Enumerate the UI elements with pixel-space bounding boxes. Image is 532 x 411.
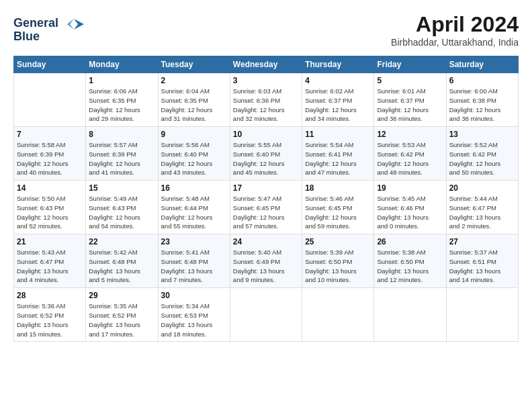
calendar-table: SundayMondayTuesdayWednesdayThursdayFrid… <box>13 56 519 342</box>
logo-svg: General Blue <box>13 12 87 44</box>
calendar-cell: 3Sunrise: 6:03 AM Sunset: 6:36 PM Daylig… <box>230 73 302 127</box>
column-header-saturday: Saturday <box>446 56 518 73</box>
column-header-friday: Friday <box>374 56 446 73</box>
day-number: 4 <box>305 76 371 85</box>
calendar-cell: 7Sunrise: 5:58 AM Sunset: 6:39 PM Daylig… <box>14 127 86 181</box>
logo: General Blue <box>13 12 87 47</box>
calendar-cell: 17Sunrise: 5:47 AM Sunset: 6:45 PM Dayli… <box>230 181 302 234</box>
calendar-cell: 18Sunrise: 5:46 AM Sunset: 6:45 PM Dayli… <box>302 181 374 234</box>
day-number: 30 <box>161 291 227 300</box>
calendar-cell: 5Sunrise: 6:01 AM Sunset: 6:37 PM Daylig… <box>374 73 446 127</box>
day-number: 22 <box>89 237 154 246</box>
column-header-tuesday: Tuesday <box>158 56 230 73</box>
calendar-cell <box>302 288 374 342</box>
day-number: 14 <box>17 183 83 193</box>
day-info: Sunrise: 5:56 AM Sunset: 6:40 PM Dayligh… <box>161 140 227 177</box>
calendar-header-row: SundayMondayTuesdayWednesdayThursdayFrid… <box>14 56 519 73</box>
calendar-week-5: 28Sunrise: 5:36 AM Sunset: 6:52 PM Dayli… <box>14 288 519 342</box>
calendar-cell: 15Sunrise: 5:49 AM Sunset: 6:43 PM Dayli… <box>86 181 158 234</box>
day-info: Sunrise: 5:34 AM Sunset: 6:53 PM Dayligh… <box>161 302 227 338</box>
day-info: Sunrise: 6:03 AM Sunset: 6:36 PM Dayligh… <box>233 87 299 124</box>
day-info: Sunrise: 5:43 AM Sunset: 6:47 PM Dayligh… <box>17 248 83 285</box>
day-info: Sunrise: 6:01 AM Sunset: 6:37 PM Dayligh… <box>377 87 443 124</box>
day-number: 25 <box>305 237 371 246</box>
day-info: Sunrise: 5:53 AM Sunset: 6:42 PM Dayligh… <box>377 140 443 177</box>
column-header-thursday: Thursday <box>302 56 374 73</box>
day-number: 19 <box>377 183 443 193</box>
main-container: General Blue April 2024 Birbhaddar, Utta… <box>0 0 532 349</box>
day-info: Sunrise: 6:04 AM Sunset: 6:35 PM Dayligh… <box>161 87 227 124</box>
calendar-cell: 26Sunrise: 5:38 AM Sunset: 6:50 PM Dayli… <box>374 234 446 288</box>
calendar-cell: 30Sunrise: 5:34 AM Sunset: 6:53 PM Dayli… <box>158 288 230 342</box>
day-number: 13 <box>449 130 515 139</box>
calendar-cell: 9Sunrise: 5:56 AM Sunset: 6:40 PM Daylig… <box>158 127 230 181</box>
calendar-cell: 21Sunrise: 5:43 AM Sunset: 6:47 PM Dayli… <box>14 234 86 288</box>
day-info: Sunrise: 5:45 AM Sunset: 6:46 PM Dayligh… <box>377 194 443 231</box>
calendar-week-3: 14Sunrise: 5:50 AM Sunset: 6:43 PM Dayli… <box>14 181 519 234</box>
title-area: April 2024 Birbhaddar, Uttarakhand, Indi… <box>391 12 519 48</box>
calendar-cell: 2Sunrise: 6:04 AM Sunset: 6:35 PM Daylig… <box>158 73 230 127</box>
calendar-cell <box>230 288 302 342</box>
svg-text:Blue: Blue <box>13 30 40 43</box>
calendar-cell: 23Sunrise: 5:41 AM Sunset: 6:48 PM Dayli… <box>158 234 230 288</box>
calendar-cell: 20Sunrise: 5:44 AM Sunset: 6:47 PM Dayli… <box>446 181 518 234</box>
day-number: 18 <box>305 183 371 193</box>
day-info: Sunrise: 5:52 AM Sunset: 6:42 PM Dayligh… <box>449 140 515 177</box>
day-info: Sunrise: 6:00 AM Sunset: 6:38 PM Dayligh… <box>449 87 515 124</box>
day-info: Sunrise: 5:39 AM Sunset: 6:50 PM Dayligh… <box>305 248 371 285</box>
calendar-cell: 28Sunrise: 5:36 AM Sunset: 6:52 PM Dayli… <box>14 288 86 342</box>
day-number: 7 <box>17 130 83 139</box>
calendar-cell <box>14 73 86 127</box>
day-info: Sunrise: 5:58 AM Sunset: 6:39 PM Dayligh… <box>17 140 83 177</box>
day-number: 5 <box>377 76 443 85</box>
column-header-wednesday: Wednesday <box>230 56 302 73</box>
calendar-cell: 4Sunrise: 6:02 AM Sunset: 6:37 PM Daylig… <box>302 73 374 127</box>
month-title: April 2024 <box>391 12 519 37</box>
day-number: 2 <box>161 76 227 85</box>
calendar-cell: 24Sunrise: 5:40 AM Sunset: 6:49 PM Dayli… <box>230 234 302 288</box>
day-number: 12 <box>377 130 443 139</box>
day-number: 9 <box>161 130 227 139</box>
calendar-cell <box>374 288 446 342</box>
day-info: Sunrise: 5:44 AM Sunset: 6:47 PM Dayligh… <box>449 194 515 231</box>
day-info: Sunrise: 5:46 AM Sunset: 6:45 PM Dayligh… <box>305 194 371 231</box>
calendar-cell: 10Sunrise: 5:55 AM Sunset: 6:40 PM Dayli… <box>230 127 302 181</box>
header: General Blue April 2024 Birbhaddar, Utta… <box>13 12 519 48</box>
column-header-sunday: Sunday <box>14 56 86 73</box>
calendar-cell: 29Sunrise: 5:35 AM Sunset: 6:52 PM Dayli… <box>86 288 158 342</box>
day-info: Sunrise: 6:06 AM Sunset: 6:35 PM Dayligh… <box>89 87 154 124</box>
day-info: Sunrise: 5:38 AM Sunset: 6:50 PM Dayligh… <box>377 248 443 285</box>
day-info: Sunrise: 5:35 AM Sunset: 6:52 PM Dayligh… <box>89 302 154 338</box>
day-number: 17 <box>233 183 299 193</box>
day-number: 27 <box>449 237 515 246</box>
calendar-cell: 11Sunrise: 5:54 AM Sunset: 6:41 PM Dayli… <box>302 127 374 181</box>
day-info: Sunrise: 5:47 AM Sunset: 6:45 PM Dayligh… <box>233 194 299 231</box>
calendar-cell: 19Sunrise: 5:45 AM Sunset: 6:46 PM Dayli… <box>374 181 446 234</box>
day-number: 23 <box>161 237 227 246</box>
day-number: 29 <box>89 291 154 300</box>
day-number: 6 <box>449 76 515 85</box>
day-info: Sunrise: 5:54 AM Sunset: 6:41 PM Dayligh… <box>305 140 371 177</box>
day-info: Sunrise: 5:37 AM Sunset: 6:51 PM Dayligh… <box>449 248 515 285</box>
day-info: Sunrise: 5:40 AM Sunset: 6:49 PM Dayligh… <box>233 248 299 285</box>
day-number: 15 <box>89 183 154 193</box>
day-number: 24 <box>233 237 299 246</box>
day-number: 28 <box>17 291 83 300</box>
calendar-cell: 14Sunrise: 5:50 AM Sunset: 6:43 PM Dayli… <box>14 181 86 234</box>
day-number: 1 <box>89 76 154 85</box>
svg-text:General: General <box>13 16 58 30</box>
calendar-week-4: 21Sunrise: 5:43 AM Sunset: 6:47 PM Dayli… <box>14 234 519 288</box>
day-info: Sunrise: 5:36 AM Sunset: 6:52 PM Dayligh… <box>17 302 83 338</box>
day-number: 16 <box>161 183 227 193</box>
calendar-cell: 22Sunrise: 5:42 AM Sunset: 6:48 PM Dayli… <box>86 234 158 288</box>
calendar-cell: 12Sunrise: 5:53 AM Sunset: 6:42 PM Dayli… <box>374 127 446 181</box>
day-info: Sunrise: 5:41 AM Sunset: 6:48 PM Dayligh… <box>161 248 227 285</box>
calendar-week-2: 7Sunrise: 5:58 AM Sunset: 6:39 PM Daylig… <box>14 127 519 181</box>
day-number: 21 <box>17 237 83 246</box>
day-number: 3 <box>233 76 299 85</box>
day-info: Sunrise: 5:55 AM Sunset: 6:40 PM Dayligh… <box>233 140 299 177</box>
day-number: 26 <box>377 237 443 246</box>
calendar-cell <box>446 288 518 342</box>
day-info: Sunrise: 5:48 AM Sunset: 6:44 PM Dayligh… <box>161 194 227 231</box>
day-info: Sunrise: 5:42 AM Sunset: 6:48 PM Dayligh… <box>89 248 154 285</box>
